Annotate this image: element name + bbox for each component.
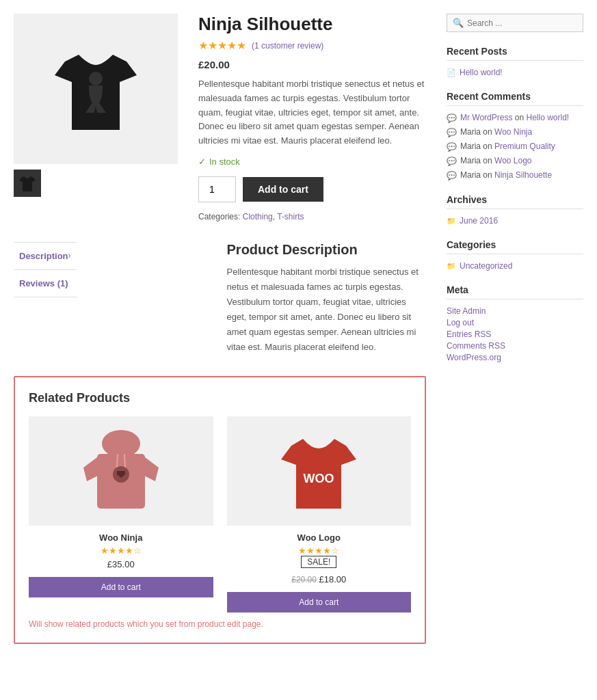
archive-item-1: 📁 June 2016 bbox=[447, 216, 583, 226]
thumb-tshirt-svg bbox=[19, 174, 36, 193]
woo-ninja-add-to-cart[interactable]: Add to cart bbox=[29, 577, 213, 597]
comment-item-1: 💬 Mr WordPress on Hello world! bbox=[447, 113, 583, 123]
product-section: Ninja Silhouette ★★★★★ (1 customer revie… bbox=[14, 14, 426, 221]
meta-wordpress-org[interactable]: WordPress.org bbox=[447, 353, 583, 362]
product-card-woo-logo: WOO Woo Logo ★★★★☆ SALE! £20.00 £18.00 A… bbox=[227, 416, 412, 612]
add-to-cart-button[interactable]: Add to cart bbox=[243, 177, 323, 202]
archive-link-1[interactable]: June 2016 bbox=[460, 216, 498, 226]
sidebar: 🔍 Recent Posts 📄 Hello world! Recent Com… bbox=[447, 14, 583, 658]
category-item-1: 📁 Uncategorized bbox=[447, 261, 583, 271]
comment-link-4[interactable]: Woo Logo bbox=[494, 156, 532, 165]
woo-logo-name: Woo Logo bbox=[227, 533, 412, 543]
comment-icon-4: 💬 bbox=[447, 157, 457, 166]
in-stock-indicator: ✓ In stock bbox=[198, 157, 426, 167]
categories-sidebar-title: Categories bbox=[447, 239, 583, 254]
review-link[interactable]: (1 customer review) bbox=[252, 41, 323, 51]
category-sidebar-link-1[interactable]: Uncategorized bbox=[460, 261, 512, 271]
comment-icon-2: 💬 bbox=[447, 128, 457, 137]
comment-icon-5: 💬 bbox=[447, 171, 457, 180]
categories-section: Categories 📁 Uncategorized bbox=[447, 239, 583, 271]
meta-entries-rss[interactable]: Entries RSS bbox=[447, 329, 583, 339]
main-content: Ninja Silhouette ★★★★★ (1 customer revie… bbox=[14, 14, 426, 658]
archives-title: Archives bbox=[447, 194, 583, 209]
related-products-section: Related Products bbox=[14, 376, 426, 644]
svg-text:WOO: WOO bbox=[304, 472, 334, 485]
tab-content-title: Product Description bbox=[227, 242, 426, 258]
main-layout: Ninja Silhouette ★★★★★ (1 customer revie… bbox=[14, 14, 583, 658]
category-folder-icon: 📁 bbox=[447, 262, 456, 271]
folder-icon: 📁 bbox=[447, 217, 456, 226]
meta-site-admin[interactable]: Site Admin bbox=[447, 306, 583, 316]
recent-comments-section: Recent Comments 💬 Mr WordPress on Hello … bbox=[447, 91, 583, 180]
product-tshirt-svg bbox=[55, 41, 137, 137]
hoodie-svg bbox=[83, 427, 159, 515]
product-tabs: Description › Reviews (1) bbox=[14, 242, 77, 355]
page-wrapper: Ninja Silhouette ★★★★★ (1 customer revie… bbox=[0, 0, 597, 671]
recent-posts-section: Recent Posts 📄 Hello world! bbox=[447, 46, 583, 77]
svg-point-0 bbox=[89, 72, 103, 85]
comment-icon-3: 💬 bbox=[447, 142, 457, 152]
quantity-input[interactable] bbox=[198, 176, 236, 202]
product-stars: ★★★★★ bbox=[198, 39, 246, 52]
archives-section: Archives 📁 June 2016 bbox=[447, 194, 583, 226]
add-to-cart-row: Add to cart bbox=[198, 176, 426, 202]
comment-icon: 💬 bbox=[447, 113, 457, 123]
comment-link-2[interactable]: Woo Ninja bbox=[494, 127, 532, 137]
product-thumbnail[interactable] bbox=[14, 170, 41, 197]
check-icon: ✓ bbox=[198, 157, 206, 167]
search-input[interactable] bbox=[467, 18, 577, 28]
comment-item-4: 💬 Maria on Woo Logo bbox=[447, 156, 583, 166]
woo-logo-image: WOO bbox=[227, 416, 412, 526]
woo-logo-price: £20.00 £18.00 bbox=[227, 574, 412, 584]
tab-reviews[interactable]: Reviews (1) bbox=[14, 270, 77, 297]
meta-comments-rss[interactable]: Comments RSS bbox=[447, 341, 583, 351]
products-grid: Woo Ninja ★★★★☆ £35.00 Add to cart WO bbox=[29, 416, 411, 612]
product-categories: Categories: Clothing, T-shirts bbox=[198, 212, 426, 221]
woo-ninja-price: £35.00 bbox=[29, 559, 213, 569]
category-tshirts-link[interactable]: T-shirts bbox=[277, 212, 304, 221]
comment-link-1[interactable]: Hello world! bbox=[526, 113, 569, 122]
product-images bbox=[14, 14, 178, 221]
recent-posts-title: Recent Posts bbox=[447, 46, 583, 61]
category-clothing-link[interactable]: Clothing bbox=[243, 212, 273, 221]
search-box: 🔍 bbox=[447, 14, 583, 32]
woo-ninja-name: Woo Ninja bbox=[29, 533, 213, 543]
woo-ninja-stars: ★★★★☆ bbox=[29, 546, 213, 556]
woo-ninja-image bbox=[29, 416, 213, 526]
comment-item-3: 💬 Maria on Premium Quality bbox=[447, 142, 583, 152]
meta-section: Meta Site Admin Log out Entries RSS Comm… bbox=[447, 284, 583, 362]
sale-price: £18.00 bbox=[319, 574, 347, 584]
sale-badge: SALE! bbox=[301, 556, 336, 568]
related-products-note: Will show related products which you set… bbox=[29, 619, 411, 629]
main-product-image bbox=[14, 14, 178, 164]
comment-link-3[interactable]: Premium Quality bbox=[494, 142, 555, 151]
product-description-text: Pellentesque habitant morbi tristique se… bbox=[198, 77, 426, 148]
meta-log-out[interactable]: Log out bbox=[447, 318, 583, 327]
woo-logo-add-to-cart[interactable]: Add to cart bbox=[227, 592, 412, 612]
comment-item-2: 💬 Maria on Woo Ninja bbox=[447, 127, 583, 137]
tab-content-area: Product Description Pellentesque habitan… bbox=[227, 242, 426, 355]
tabs-row: Description › Reviews (1) Product Descri… bbox=[14, 242, 426, 355]
product-title: Ninja Silhouette bbox=[198, 14, 426, 35]
post-icon: 📄 bbox=[447, 68, 456, 77]
search-icon: 🔍 bbox=[453, 18, 464, 28]
tab-description[interactable]: Description › bbox=[14, 243, 77, 270]
related-products-title: Related Products bbox=[29, 391, 411, 405]
woo-tshirt-svg: WOO bbox=[281, 427, 356, 515]
product-card-woo-ninja: Woo Ninja ★★★★☆ £35.00 Add to cart bbox=[29, 416, 213, 612]
meta-title: Meta bbox=[447, 284, 583, 299]
product-info: Ninja Silhouette ★★★★★ (1 customer revie… bbox=[198, 14, 426, 221]
old-price: £20.00 bbox=[291, 575, 317, 584]
svg-point-1 bbox=[102, 430, 140, 457]
woo-logo-stars: ★★★★☆ bbox=[227, 546, 412, 556]
recent-post-link[interactable]: Hello world! bbox=[460, 68, 503, 77]
recent-comments-title: Recent Comments bbox=[447, 91, 583, 106]
chevron-right-icon: › bbox=[68, 251, 71, 260]
product-tabs-section: Description › Reviews (1) Product Descri… bbox=[14, 242, 426, 355]
tab-content-text: Pellentesque habitant morbi tristique se… bbox=[227, 265, 426, 355]
recent-post-item: 📄 Hello world! bbox=[447, 68, 583, 77]
comment-author-1[interactable]: Mr WordPress bbox=[460, 113, 512, 122]
comment-item-5: 💬 Maria on Ninja Silhouette bbox=[447, 170, 583, 180]
product-price: £20.00 bbox=[198, 59, 426, 70]
comment-link-5[interactable]: Ninja Silhouette bbox=[494, 170, 552, 180]
